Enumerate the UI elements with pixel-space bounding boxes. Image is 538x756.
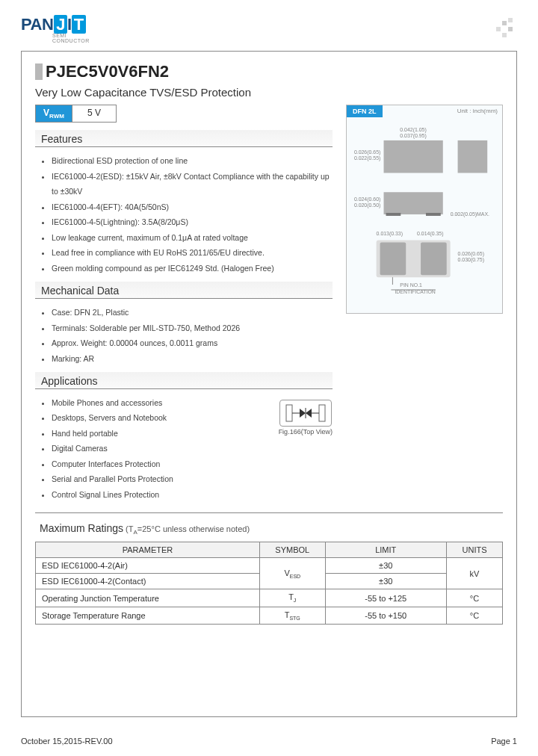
col-units: UNITS [447, 542, 503, 558]
list-item: Bidirectional ESD protection of one line [52, 153, 333, 168]
vrwm-value: 5 V [72, 105, 117, 123]
cell-symbol: TSTG [260, 607, 326, 624]
package-drawing: DFN 2L Unit : inch(mm) 0.042(1.05) 0.037… [346, 105, 503, 314]
svg-rect-28 [421, 243, 447, 276]
logo-subtitle: SEMICONDUCTOR [52, 33, 90, 43]
list-item: IEC61000-4-4(EFT): 40A(5/50nS) [52, 199, 333, 214]
table-row: Storage Temperature Range TSTG -55 to +1… [36, 607, 503, 624]
list-item: Marking: AR [52, 351, 333, 366]
svg-rect-6 [319, 405, 325, 421]
svg-rect-27 [380, 243, 406, 276]
list-item: Computer Interfaces Protection [52, 456, 264, 471]
list-item: Low leakage current, maximum of 0.1μA at… [52, 230, 333, 245]
cell-symbol: TJ [260, 589, 326, 607]
svg-text:0.024(0.60): 0.024(0.60) [354, 196, 380, 202]
revision-date: October 15,2015-REV.00 [21, 737, 113, 746]
list-item: Approx. Weight: 0.00004 ounces, 0.0011 g… [52, 335, 333, 350]
svg-text:0.037(0.95): 0.037(0.95) [400, 133, 426, 139]
package-unit: Unit : inch(mm) [383, 105, 503, 117]
cell-limit: ±30 [325, 558, 447, 574]
header-decoration-icon [480, 18, 517, 40]
cell-param: Operating Junction Temperature [36, 589, 260, 607]
page-footer: October 15,2015-REV.00 Page 1 [21, 737, 517, 746]
vrwm-badge: VRWM 5 V [35, 105, 333, 123]
col-parameter: PARAMETER [36, 542, 260, 558]
svg-text:0.022(0.55): 0.022(0.55) [354, 155, 380, 161]
svg-text:0.014(0.35): 0.014(0.35) [417, 231, 443, 237]
top-view-figure: Fig.166(Top View) [279, 400, 333, 436]
svg-rect-20 [426, 213, 441, 216]
svg-rect-19 [386, 213, 401, 216]
svg-rect-1 [508, 18, 513, 22]
cell-param: Storage Temperature Range [36, 607, 260, 624]
svg-rect-18 [384, 192, 443, 214]
part-subtitle: Very Low Capacitance TVS/ESD Protection [35, 86, 503, 99]
page-header: PANJIT SEMICONDUCTOR [21, 15, 517, 43]
table-header-row: PARAMETER SYMBOL LIMIT UNITS [36, 542, 503, 558]
svg-text:0.042(1.05): 0.042(1.05) [400, 127, 426, 133]
svg-text:0.026(0.65): 0.026(0.65) [354, 149, 380, 155]
right-column: DFN 2L Unit : inch(mm) 0.042(1.05) 0.037… [346, 105, 503, 508]
part-number: PJEC5V0V6FN2 [35, 62, 503, 81]
package-outline-icon: 0.042(1.05) 0.037(0.95) 0.026(0.65) 0.02… [347, 117, 502, 304]
vrwm-label: VRWM [35, 105, 72, 123]
cell-param: ESD IEC61000-4-2(Contact) [36, 574, 260, 589]
table-row: ESD IEC61000-4-2(Air) VESD ±30 kV [36, 558, 503, 574]
list-item: Mobile Phones and accessories [52, 395, 264, 410]
cell-symbol: VESD [260, 558, 326, 589]
list-item: Lead free in compliance with EU RoHS 201… [52, 245, 333, 260]
datasheet-page: PANJIT SEMICONDUCTOR PJEC5V0V6FN2 Very L… [0, 0, 538, 756]
svg-text:0.013(0.33): 0.013(0.33) [377, 231, 403, 237]
list-item: Control Signal Lines Protection [52, 487, 264, 502]
col-limit: LIMIT [325, 542, 447, 558]
figure-caption: Fig.166(Top View) [279, 428, 333, 436]
logo-j: J [54, 15, 67, 34]
package-name: DFN 2L [347, 105, 383, 117]
cell-limit: -55 to +150 [325, 607, 447, 624]
applications-list: Mobile Phones and accessories Desktops, … [35, 395, 264, 502]
svg-rect-4 [502, 33, 507, 37]
company-logo: PANJIT SEMICONDUCTOR [21, 15, 90, 43]
svg-rect-13 [458, 140, 488, 173]
list-item: IEC61000-4-5(Lightning): 3.5A(8/20μS) [52, 214, 333, 229]
table-row: Operating Junction Temperature TJ -55 to… [36, 589, 503, 607]
svg-text:0.026(0.65): 0.026(0.65) [458, 251, 484, 257]
logo-i: I [67, 15, 72, 34]
svg-rect-0 [502, 21, 507, 25]
cell-units: °C [447, 589, 503, 607]
list-item: Serial and Parallel Ports Protection [52, 471, 264, 486]
svg-rect-2 [496, 27, 501, 31]
list-item: Case: DFN 2L, Plastic [52, 305, 333, 320]
svg-text:0.030(0.75): 0.030(0.75) [458, 257, 484, 263]
list-item: Green molding compound as per IEC61249 S… [52, 261, 333, 276]
features-heading: Features [35, 130, 333, 147]
svg-text:PIN NO.1: PIN NO.1 [400, 282, 422, 288]
content-frame: PJEC5V0V6FN2 Very Low Capacitance TVS/ES… [21, 51, 517, 717]
cell-units: kV [447, 558, 503, 589]
list-item: Desktops, Servers and Notebook [52, 410, 264, 425]
max-ratings-table: PARAMETER SYMBOL LIMIT UNITS ESD IEC6100… [35, 542, 503, 624]
logo-t: T [72, 15, 86, 34]
applications-heading: Applications [35, 372, 333, 389]
max-ratings-heading: Maximum Ratings (TA=25°C unless otherwis… [40, 522, 503, 536]
svg-rect-12 [384, 140, 443, 173]
col-symbol: SYMBOL [260, 542, 326, 558]
features-list: Bidirectional ESD protection of one line… [35, 153, 333, 276]
cell-limit: ±30 [325, 574, 447, 589]
svg-marker-9 [300, 409, 306, 418]
mechanical-list: Case: DFN 2L, Plastic Terminals: Soldera… [35, 305, 333, 366]
svg-rect-3 [508, 27, 513, 31]
cell-limit: -55 to +125 [325, 589, 447, 607]
logo-pan: PAN [21, 15, 53, 34]
list-item: Terminals: Solderable per MIL-STD-750, M… [52, 320, 333, 335]
mechanical-heading: Mechanical Data [35, 282, 333, 299]
svg-text:0.002(0.05)MAX.: 0.002(0.05)MAX. [451, 211, 489, 217]
svg-marker-10 [306, 409, 312, 418]
cell-param: ESD IEC61000-4-2(Air) [36, 558, 260, 574]
svg-rect-5 [286, 405, 292, 421]
left-column: VRWM 5 V Features Bidirectional ESD prot… [35, 105, 333, 508]
page-number: Page 1 [491, 737, 517, 746]
cell-units: °C [447, 607, 503, 624]
list-item: IEC61000-4-2(ESD): ±15kV Air, ±8kV Conta… [52, 169, 333, 199]
tvs-diode-icon [279, 400, 332, 427]
